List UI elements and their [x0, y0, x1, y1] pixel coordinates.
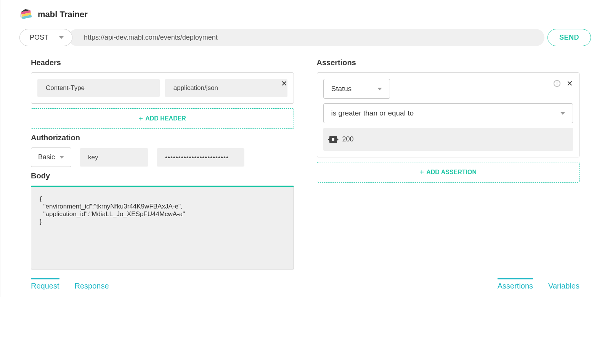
- assertion-operator-select[interactable]: is greater than or equal to: [323, 103, 573, 123]
- assertion-value-field[interactable]: 200: [323, 128, 573, 151]
- assertion-type-label: Status: [331, 85, 352, 93]
- mabl-logo-icon: [19, 8, 33, 21]
- auth-password-input[interactable]: [157, 148, 244, 167]
- app-header: mabl Trainer: [0, 0, 610, 25]
- url-input[interactable]: [69, 29, 544, 46]
- plus-icon: +: [419, 168, 424, 176]
- right-tabs: Assertions Variables: [498, 278, 580, 290]
- main-panels: Headers ✕ + ADD HEADER Authorization Bas…: [0, 54, 610, 269]
- bottom-tabs: Request Response Assertions Variables: [0, 269, 610, 297]
- add-assertion-button[interactable]: + ADD ASSERTION: [317, 162, 580, 183]
- url-bar: POST SEND: [0, 25, 610, 54]
- tab-assertions[interactable]: Assertions: [498, 278, 533, 290]
- add-header-button[interactable]: + ADD HEADER: [31, 108, 294, 129]
- http-method-select[interactable]: POST: [19, 29, 72, 46]
- assertion-type-select[interactable]: Status: [323, 79, 390, 99]
- remove-header-icon[interactable]: ✕: [281, 79, 287, 88]
- chevron-down-icon: [377, 88, 382, 90]
- auth-type-label: Basic: [38, 153, 55, 161]
- auth-username-input[interactable]: [80, 148, 148, 167]
- chevron-down-icon: [59, 156, 64, 159]
- header-key-input[interactable]: [37, 79, 160, 97]
- tab-response[interactable]: Response: [75, 278, 109, 290]
- tab-variables[interactable]: Variables: [548, 278, 580, 290]
- body-editor[interactable]: { "environment_id":"tkrnyNfku3r44K9wFBAx…: [31, 186, 294, 269]
- authorization-row: Basic: [31, 148, 294, 167]
- info-icon[interactable]: !: [554, 80, 560, 87]
- app-title: mabl Trainer: [38, 10, 88, 19]
- authorization-title: Authorization: [31, 133, 294, 142]
- body-title: Body: [31, 172, 294, 180]
- add-header-label: ADD HEADER: [145, 115, 186, 122]
- add-assertion-label: ADD ASSERTION: [426, 169, 477, 176]
- remove-assertion-icon[interactable]: ✕: [567, 79, 573, 88]
- chevron-down-icon: [59, 36, 64, 39]
- variable-icon[interactable]: [329, 136, 337, 143]
- send-button[interactable]: SEND: [547, 29, 591, 46]
- chevron-down-icon: [560, 112, 565, 115]
- assertion-value-text: 200: [342, 135, 354, 143]
- plus-icon: +: [139, 115, 143, 122]
- headers-title: Headers: [31, 58, 294, 67]
- header-value-input[interactable]: [165, 79, 287, 97]
- request-panel: Headers ✕ + ADD HEADER Authorization Bas…: [19, 54, 305, 269]
- tab-request[interactable]: Request: [31, 278, 59, 290]
- http-method-label: POST: [30, 34, 48, 42]
- auth-type-select[interactable]: Basic: [31, 148, 71, 167]
- assertion-card: ! ✕ Status is greater than or equal to 2…: [317, 72, 580, 157]
- header-row-card: ✕: [31, 72, 294, 104]
- assertions-panel: Assertions ! ✕ Status is greater than or…: [305, 54, 591, 269]
- assertions-title: Assertions: [317, 58, 580, 67]
- left-tabs: Request Response: [31, 278, 109, 290]
- assertion-operator-label: is greater than or equal to: [331, 109, 414, 117]
